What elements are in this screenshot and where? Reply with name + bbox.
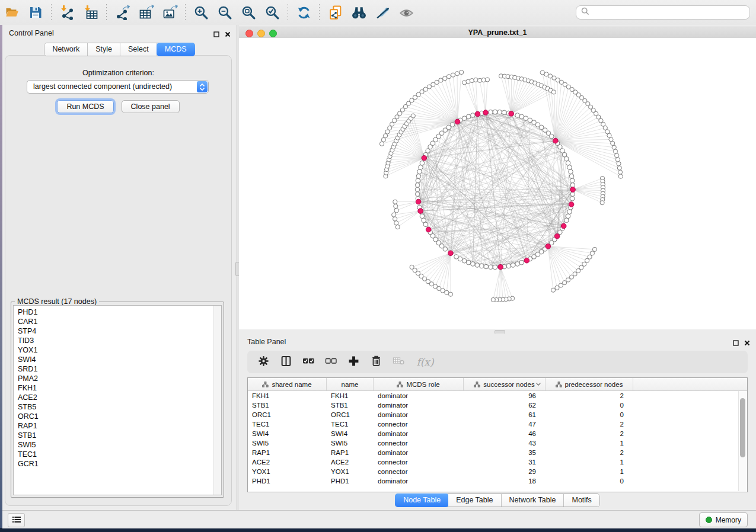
mcds-result-item[interactable]: FKH1: [14, 383, 221, 393]
add-column-button[interactable]: [346, 355, 361, 369]
network-graph[interactable]: [239, 38, 756, 329]
cell-successor-nodes: 31: [464, 459, 546, 466]
criterion-selected-value: largest connected component (undirected): [33, 82, 172, 91]
mcds-result-item[interactable]: PHD1: [14, 307, 221, 317]
mcds-result-item[interactable]: CAR1: [14, 317, 221, 326]
hierarchy-sort-icon: [262, 382, 269, 387]
table-row[interactable]: PHD1PHD1dominator180: [248, 476, 747, 486]
cell-predecessor-nodes: 1: [546, 440, 633, 447]
cell-name: PHD1: [327, 477, 374, 485]
table-options-button[interactable]: [256, 355, 270, 369]
share-session-button[interactable]: [323, 2, 347, 23]
open-session-button[interactable]: [0, 2, 24, 23]
save-session-button[interactable]: [24, 2, 47, 23]
table-panel: Table Panel f(x) shared namenameMCDS rol…: [239, 334, 756, 510]
export-image-button[interactable]: [158, 2, 181, 23]
find-button[interactable]: [347, 2, 371, 23]
mcds-hub-node: [561, 223, 566, 229]
mcds-result-item[interactable]: PMA2: [14, 374, 221, 383]
tab-network-table[interactable]: Network Table: [502, 494, 564, 507]
table-row[interactable]: SWI4SWI4dominator462: [248, 429, 747, 438]
mcds-result-item[interactable]: GCR1: [14, 459, 221, 469]
tab-mcds[interactable]: MCDS: [157, 43, 195, 56]
task-history-button[interactable]: [8, 513, 25, 527]
mcds-result-item[interactable]: ACE2: [14, 393, 221, 402]
tab-network[interactable]: Network: [44, 43, 88, 56]
tab-node-table[interactable]: Node Table: [395, 493, 449, 507]
cell-shared-name: STB1: [248, 402, 327, 409]
tab-style[interactable]: Style: [88, 43, 120, 56]
criterion-dropdown[interactable]: largest connected component (undirected): [27, 80, 209, 94]
column-header-successor-nodes[interactable]: successor nodes: [464, 378, 546, 390]
column-header-MCDS-role[interactable]: MCDS role: [374, 378, 464, 390]
mcds-result-item[interactable]: SWI5: [14, 440, 221, 450]
mcds-result-item[interactable]: TEC1: [14, 450, 221, 459]
close-panel-button[interactable]: Close panel: [122, 100, 180, 113]
zoom-in-button[interactable]: [189, 2, 213, 23]
mcds-result-item[interactable]: STB1: [14, 431, 221, 440]
table-row[interactable]: TEC1TEC1connector472: [248, 419, 747, 429]
close-panel-icon[interactable]: [744, 338, 750, 348]
export-table-button[interactable]: [134, 2, 158, 23]
column-header-predecessor-nodes[interactable]: predecessor nodes: [546, 378, 633, 390]
mcds-result-item[interactable]: RAP1: [14, 421, 221, 431]
table-row[interactable]: FKH1FKH1dominator962: [248, 391, 747, 400]
function-builder-button[interactable]: f(x): [414, 355, 436, 369]
mcds-result-item[interactable]: ORC1: [14, 412, 221, 421]
cell-predecessor-nodes: 0: [546, 402, 633, 409]
table-row[interactable]: STB1STB1dominator620: [248, 400, 747, 410]
scrollbar-thumb[interactable]: [740, 398, 745, 457]
zoom-fit-button[interactable]: [237, 2, 260, 23]
toggle-graphics-details-button[interactable]: [371, 2, 394, 23]
float-panel-icon[interactable]: [733, 338, 739, 348]
horizontal-splitter[interactable]: [239, 329, 756, 334]
eye-icon: [398, 5, 414, 21]
refresh-icon: [296, 5, 312, 21]
table-row[interactable]: RAP1RAP1dominator352: [248, 448, 747, 457]
column-header-name[interactable]: name: [327, 378, 374, 390]
chevron-down-icon[interactable]: [536, 383, 541, 386]
tab-select[interactable]: Select: [120, 43, 157, 56]
memory-button[interactable]: Memory: [699, 512, 748, 527]
search-input[interactable]: [593, 8, 749, 17]
close-panel-icon[interactable]: [225, 29, 231, 40]
cell-name: YOX1: [327, 468, 374, 475]
mcds-result-title: MCDS result (17 nodes): [15, 297, 99, 306]
mcds-result-scrollbar[interactable]: [213, 306, 221, 495]
mcds-hub-node: [416, 199, 421, 204]
deselect-all-button[interactable]: [324, 355, 338, 369]
mcds-result-item[interactable]: SWI4: [14, 355, 221, 364]
cell-shared-name: YOX1: [248, 468, 327, 475]
delete-table-button[interactable]: [391, 355, 406, 369]
show-hide-button[interactable]: [394, 2, 418, 23]
float-panel-icon[interactable]: [213, 29, 219, 40]
cell-MCDS-role: connector: [374, 468, 464, 475]
mcds-result-item[interactable]: STB5: [14, 402, 221, 412]
cell-MCDS-role: dominator: [374, 411, 464, 418]
control-panel-header: Control Panel: [2, 25, 237, 41]
tab-motifs[interactable]: Motifs: [564, 494, 599, 507]
run-mcds-button[interactable]: Run MCDS: [57, 100, 113, 113]
import-table-button[interactable]: [79, 2, 103, 23]
delete-column-button[interactable]: [369, 355, 383, 369]
table-row[interactable]: YOX1YOX1connector291: [248, 467, 747, 476]
refresh-layout-button[interactable]: [292, 2, 315, 23]
table-row[interactable]: ORC1ORC1dominator610: [248, 410, 747, 419]
table-row[interactable]: SWI5SWI5connector431: [248, 438, 747, 448]
column-header-shared-name[interactable]: shared name: [248, 378, 327, 390]
select-all-button[interactable]: [301, 355, 315, 369]
export-network-button[interactable]: [110, 2, 134, 23]
network-canvas[interactable]: [239, 38, 756, 329]
zoom-selected-button[interactable]: [260, 2, 284, 23]
tab-edge-table[interactable]: Edge Table: [448, 494, 501, 507]
unchecked-boxes-icon: [325, 357, 337, 368]
table-scrollbar[interactable]: [738, 391, 747, 491]
import-network-button[interactable]: [55, 2, 79, 23]
zoom-out-button[interactable]: [213, 2, 237, 23]
mcds-result-item[interactable]: TID3: [14, 336, 221, 345]
mcds-result-item[interactable]: STP4: [14, 326, 221, 336]
mcds-result-item[interactable]: YOX1: [14, 345, 221, 355]
table-row[interactable]: ACE2ACE2connector311: [248, 457, 747, 467]
mcds-result-item[interactable]: SRD1: [14, 364, 221, 374]
show-columns-button[interactable]: [279, 355, 293, 369]
